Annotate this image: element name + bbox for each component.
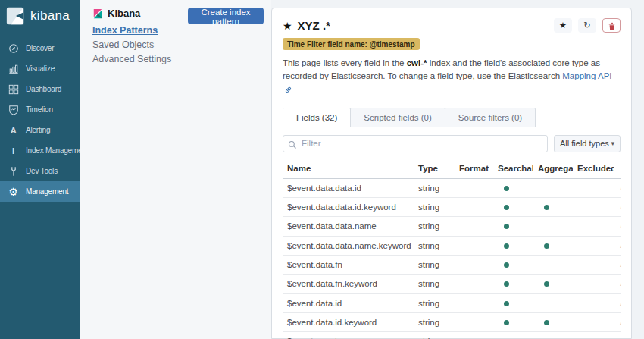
- sidebar-item-label: Alerting: [26, 126, 50, 134]
- edit-field-pencil-icon[interactable]: ✎: [619, 202, 621, 212]
- field-name: $event.data.fn.keyword: [283, 279, 414, 288]
- field-type: string: [414, 202, 455, 212]
- filter-input[interactable]: [283, 135, 548, 152]
- letter-i-icon: I: [8, 145, 19, 156]
- sidebar-item-index-management[interactable]: I Index Management: [0, 140, 80, 161]
- field-type: string: [414, 260, 455, 269]
- field-aggregatable: [533, 202, 573, 212]
- letter-a-icon: A: [8, 124, 19, 136]
- table-row: $event.data.id string ✎: [283, 294, 621, 313]
- sidebar-item-management[interactable]: ⚙ Management: [0, 181, 80, 202]
- field-searchable: [493, 318, 533, 327]
- sidebar-item-label: Discover: [26, 44, 54, 52]
- sidebar-item-alerting[interactable]: A Alerting: [0, 120, 80, 140]
- table-row: $event.data.data.id string ✎: [283, 179, 621, 198]
- table-row: $event.data.fn.keyword string ✎: [283, 275, 621, 293]
- sidebar-item-dev-tools[interactable]: Dev Tools: [0, 161, 80, 181]
- index-pattern-detail-card: ★ XYZ .* ★ ↻ Time Filter field name: @ti…: [271, 8, 632, 339]
- set-default-star-button[interactable]: ★: [554, 18, 572, 33]
- bar-chart-icon: [8, 63, 19, 74]
- searchable-dot: [504, 186, 509, 191]
- field-type: string: [414, 279, 455, 288]
- delete-index-pattern-button[interactable]: [602, 18, 621, 33]
- table-row: $event.data.fn string ✎: [283, 256, 621, 275]
- sidebar-item-dashboard[interactable]: Dashboard: [0, 79, 80, 99]
- global-nav: Discover Visualize Dashboard Timelion A …: [0, 38, 80, 202]
- management-app-title: Kibana: [108, 8, 140, 19]
- sidebar-item-visualize[interactable]: Visualize: [0, 58, 80, 79]
- field-name: $event.data.data.name.keyword: [283, 241, 414, 250]
- tab-source-filters[interactable]: Source filters (0): [445, 108, 536, 127]
- fields-table: Name Type Format Searchable Aggregat... …: [283, 161, 621, 339]
- page-description: This page lists every field in the cwl-*…: [283, 57, 621, 98]
- aggregatable-dot: [544, 205, 549, 210]
- index-name: cwl-*: [407, 58, 427, 67]
- field-type: string: [414, 221, 455, 231]
- wrench-icon: [8, 165, 19, 177]
- link-advanced-settings[interactable]: Advanced Settings: [92, 54, 271, 64]
- table-row: $event.data.data.name string ✎: [283, 217, 621, 236]
- management-panel: Kibana Index Patterns Saved Objects Adva…: [80, 0, 271, 339]
- field-searchable: [493, 184, 533, 193]
- table-row: $event.data.data.id.keyword string ✎: [283, 198, 621, 217]
- aggregatable-dot: [544, 320, 549, 325]
- refresh-fields-button[interactable]: ↻: [578, 18, 596, 33]
- aggregatable-dot: [544, 243, 549, 249]
- fields-table-header: Name Type Format Searchable Aggregat... …: [283, 161, 621, 179]
- field-name: $event.data.data.name: [283, 221, 414, 231]
- field-name: $event.data.id.keyword: [283, 318, 414, 327]
- field-aggregatable: [533, 260, 573, 269]
- field-searchable: [493, 279, 533, 288]
- field-searchable: [493, 260, 533, 269]
- field-aggregatable: [533, 184, 573, 193]
- create-index-pattern-button[interactable]: Create index pattern: [188, 8, 264, 24]
- compass-icon: [8, 42, 19, 54]
- field-searchable: [493, 202, 533, 212]
- global-sidebar: kibana Discover Visualize Dashboard Time…: [0, 0, 80, 339]
- edit-field-pencil-icon[interactable]: ✎: [619, 221, 621, 231]
- fields-table-body: $event.data.data.id string ✎ $event.data…: [283, 179, 621, 339]
- tab-fields[interactable]: Fields (32): [283, 108, 351, 127]
- field-name: $event.data.data.id: [283, 184, 414, 193]
- dashboard-icon: [8, 83, 19, 95]
- col-header-name: Name: [283, 164, 414, 173]
- edit-field-pencil-icon[interactable]: ✎: [619, 183, 621, 193]
- searchable-dot: [504, 262, 509, 268]
- field-name: $event.data.fn: [283, 260, 414, 269]
- favorite-star-icon: ★: [283, 20, 292, 32]
- searchable-dot: [504, 224, 509, 229]
- field-searchable: [493, 241, 533, 250]
- edit-field-pencil-icon[interactable]: ✎: [619, 278, 621, 289]
- kibana-logo-text: kibana: [30, 8, 70, 24]
- edit-field-pencil-icon[interactable]: ✎: [619, 336, 621, 339]
- sidebar-item-discover[interactable]: Discover: [0, 38, 80, 58]
- link-index-patterns[interactable]: Index Patterns: [92, 25, 271, 36]
- gear-icon: ⚙: [8, 186, 19, 197]
- col-header-searchable: Searchable: [493, 164, 533, 173]
- table-row: $event.event string ✎: [283, 332, 621, 339]
- trash-icon: [608, 21, 616, 30]
- index-pattern-title: XYZ .*: [298, 19, 330, 32]
- sidebar-item-timelion[interactable]: Timelion: [0, 99, 80, 120]
- link-saved-objects[interactable]: Saved Objects: [92, 39, 271, 50]
- field-tabs: Fields (32) Scripted fields (0) Source f…: [283, 107, 621, 127]
- mapping-api-link[interactable]: Mapping API: [562, 71, 611, 80]
- field-searchable: [493, 299, 533, 308]
- field-aggregatable: [533, 241, 573, 250]
- edit-field-pencil-icon[interactable]: ✎: [619, 317, 621, 328]
- edit-field-pencil-icon[interactable]: ✎: [619, 259, 621, 270]
- edit-field-pencil-icon[interactable]: ✎: [619, 240, 621, 251]
- kibana-logo-icon: [5, 6, 25, 26]
- sidebar-item-label: Visualize: [26, 64, 55, 73]
- search-icon: [288, 139, 297, 152]
- time-filter-badge: Time Filter field name: @timestamp: [283, 38, 420, 50]
- col-header-type: Type: [414, 164, 455, 173]
- edit-field-pencil-icon[interactable]: ✎: [619, 298, 621, 309]
- field-type: string: [414, 299, 455, 308]
- field-searchable: [493, 221, 533, 231]
- field-type-dropdown[interactable]: All field types ▾: [554, 135, 621, 152]
- chevron-down-icon: ▾: [611, 140, 614, 147]
- searchable-dot: [504, 320, 509, 325]
- tab-scripted-fields[interactable]: Scripted fields (0): [350, 108, 445, 127]
- field-aggregatable: [533, 279, 573, 288]
